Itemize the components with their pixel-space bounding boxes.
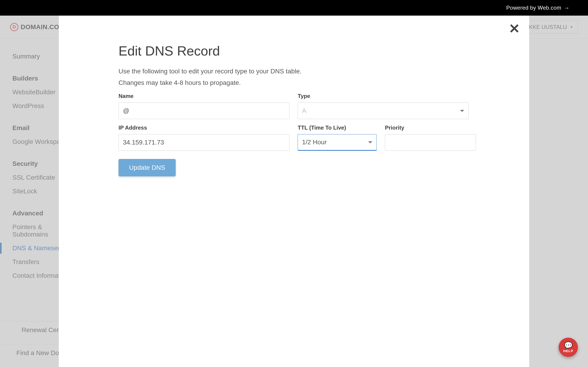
field-ttl: TTL (Time To Live) 1/2 Hour [298,125,377,151]
chevron-down-icon [460,110,464,112]
label-type: Type [298,93,468,99]
help-button[interactable]: 💬 HELP [559,338,578,357]
close-icon[interactable]: ✕ [509,22,520,35]
modal-description-1: Use the following tool to edit your reco… [119,68,469,75]
arrow-right-icon: → [564,4,570,11]
label-ip: IP Address [119,125,289,131]
modal-title: Edit DNS Record [119,43,469,58]
edit-dns-modal: ✕ Edit DNS Record Use the following tool… [59,16,529,367]
chevron-down-icon [368,141,372,143]
help-label: HELP [563,349,573,353]
label-priority: Priority [385,125,476,131]
update-dns-button[interactable]: Update DNS [119,159,176,176]
input-priority[interactable] [385,134,476,151]
field-priority: Priority [385,125,476,151]
select-type[interactable]: A [298,102,468,119]
dns-form: Name Type A IP Address TTL (Time [119,93,469,176]
field-ip: IP Address [119,125,289,151]
field-type: Type A [298,93,468,119]
input-ip[interactable] [119,134,289,151]
powered-by-label[interactable]: Powered by Web.com [506,5,561,11]
select-ttl[interactable]: 1/2 Hour [298,134,377,151]
field-name: Name [119,93,289,119]
chat-icon: 💬 [564,342,573,349]
modal-description-2: Changes may take 4-8 hours to propagate. [119,79,469,86]
label-ttl: TTL (Time To Live) [298,125,377,131]
modal-overlay: ✕ Edit DNS Record Use the following tool… [0,16,588,367]
select-ttl-value: 1/2 Hour [302,139,327,146]
label-name: Name [119,93,289,99]
select-type-value: A [302,107,306,115]
top-bar: Powered by Web.com → [0,0,588,16]
input-name[interactable] [119,102,289,119]
